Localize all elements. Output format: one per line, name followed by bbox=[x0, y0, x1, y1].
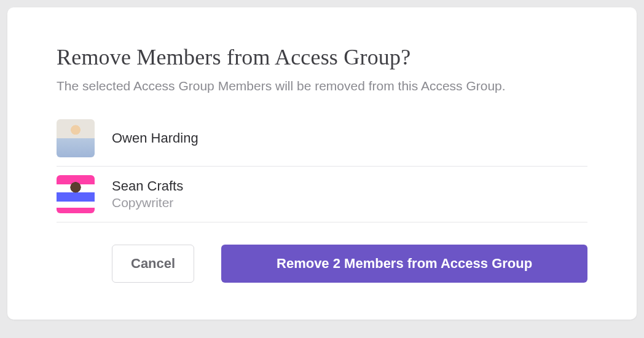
list-item: Owen Harding bbox=[57, 111, 587, 167]
member-list: Owen Harding Sean Crafts Copywriter bbox=[57, 111, 587, 222]
button-row: Cancel Remove 2 Members from Access Grou… bbox=[57, 245, 587, 283]
list-item: Sean Crafts Copywriter bbox=[57, 167, 587, 222]
avatar bbox=[57, 119, 95, 157]
avatar bbox=[57, 175, 95, 213]
modal-subtitle: The selected Access Group Members will b… bbox=[57, 79, 587, 93]
cancel-button[interactable]: Cancel bbox=[112, 245, 194, 283]
member-name: Sean Crafts bbox=[112, 178, 183, 194]
member-name: Owen Harding bbox=[112, 130, 198, 146]
member-info: Owen Harding bbox=[112, 130, 198, 146]
member-subtitle: Copywriter bbox=[112, 195, 183, 210]
confirm-remove-button[interactable]: Remove 2 Members from Access Group bbox=[221, 245, 587, 283]
remove-members-modal: Remove Members from Access Group? The se… bbox=[7, 7, 637, 320]
member-info: Sean Crafts Copywriter bbox=[112, 178, 183, 210]
modal-title: Remove Members from Access Group? bbox=[57, 44, 587, 70]
